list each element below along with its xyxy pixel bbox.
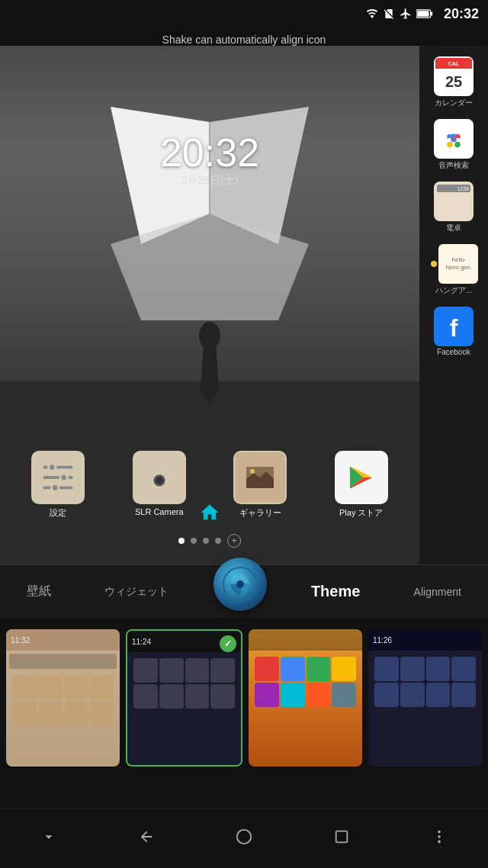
nav-recents[interactable]	[318, 821, 365, 857]
nav-notifications[interactable]	[25, 821, 72, 857]
svg-point-6	[447, 142, 453, 148]
launcher-icon	[221, 565, 259, 603]
gallery-label: ギャラリー	[239, 507, 281, 519]
dot-3	[203, 538, 209, 544]
sidebar-calendar-label: カレンダー	[435, 98, 473, 108]
app-playstore[interactable]: Play ストア	[335, 451, 388, 519]
sidebar-app-hangouts[interactable]: helloNors gen ハングア...	[423, 240, 484, 301]
dot-2	[191, 538, 197, 544]
microphone-icon	[442, 127, 465, 150]
svg-rect-2	[417, 11, 429, 17]
selected-check: ✓	[220, 635, 236, 652]
playstore-label: Play ストア	[339, 507, 383, 519]
add-page-button[interactable]: +	[227, 534, 241, 548]
tab-center-icon[interactable]	[214, 558, 267, 611]
page-dots: +	[0, 534, 419, 548]
svg-point-21	[250, 469, 255, 474]
svg-point-24	[237, 829, 251, 843]
gallery-icon	[243, 461, 277, 494]
svg-point-27	[438, 835, 441, 838]
tab-widget[interactable]: ウィジェット	[95, 579, 178, 605]
svg-point-7	[454, 142, 461, 148]
settings-label: 設定	[50, 507, 66, 519]
sidebar-app-calculator[interactable]: 1234 電卓	[423, 177, 484, 238]
recents-icon	[333, 828, 350, 845]
wifi-icon	[366, 8, 378, 20]
sidebar-facebook-label: Facebook	[437, 348, 470, 356]
home-button-preview	[199, 502, 220, 526]
more-icon	[431, 828, 448, 845]
svg-point-26	[438, 830, 441, 833]
sidebar-app-calendar[interactable]: CAL 25 カレンダー	[423, 52, 484, 113]
sidebar-voice-label: 音声検索	[438, 160, 469, 171]
hangouts-indicator	[431, 261, 437, 267]
shake-hint-text: Shake can automatically align icon	[0, 27, 488, 52]
svg-rect-1	[431, 11, 432, 15]
svg-rect-25	[336, 831, 348, 842]
app-camera[interactable]: SLR Camera	[133, 451, 186, 516]
theme-thumbnails: 11:32 ✓ 11:24	[0, 618, 488, 778]
airplane-icon	[400, 8, 412, 20]
clock-display: 20:32	[160, 130, 259, 175]
dot-4	[215, 538, 221, 544]
camera-icon	[142, 460, 177, 495]
sidebar-app-voice[interactable]: 音声検索	[423, 114, 484, 175]
theme-thumb-4[interactable]: 11:26	[368, 629, 482, 767]
svg-rect-18	[153, 468, 161, 472]
sidebar-app-facebook[interactable]: f Facebook	[423, 302, 484, 361]
app-settings[interactable]: 設定	[31, 451, 85, 519]
svg-point-17	[156, 477, 163, 484]
theme-thumb-2[interactable]: ✓ 11:24	[126, 629, 242, 767]
playstore-icon	[346, 462, 377, 493]
nav-home[interactable]	[220, 821, 268, 857]
tab-alignment[interactable]: Alignment	[405, 580, 470, 604]
tab-theme[interactable]: Theme	[302, 577, 369, 606]
bottom-tabs: 壁紙 ウィジェット Theme Alignment	[0, 564, 488, 618]
right-sidebar: CAL 25 カレンダー 音声検索	[419, 46, 488, 564]
theme-thumb-1[interactable]: 11:32	[6, 629, 120, 767]
nav-more[interactable]	[416, 821, 463, 857]
tie-svg	[187, 320, 233, 412]
no-sim-icon	[383, 8, 395, 20]
status-time: 20:32	[444, 6, 479, 22]
sidebar-calculator-label: 電卓	[446, 223, 461, 233]
preview-area: 20:32 3月25日(土) 設定	[0, 46, 419, 564]
status-icons: 20:32	[366, 6, 479, 22]
svg-point-23	[236, 580, 244, 588]
app-gallery[interactable]: ギャラリー	[233, 451, 287, 519]
svg-point-14	[52, 484, 59, 492]
svg-point-28	[438, 840, 441, 843]
calendar-date: 25	[445, 73, 462, 91]
camera-label: SLR Camera	[135, 507, 184, 516]
date-display: 3月25日(土)	[181, 174, 239, 188]
back-icon	[138, 828, 155, 845]
battery-icon	[416, 8, 433, 19]
nav-back[interactable]	[123, 821, 170, 857]
status-bar: 20:32	[0, 0, 488, 27]
theme-thumb-3[interactable]	[249, 629, 362, 767]
home-icon	[236, 828, 252, 845]
dot-1	[178, 538, 185, 544]
sidebar-hangouts-label: ハングア...	[435, 285, 472, 296]
tab-wallpaper[interactable]: 壁紙	[18, 577, 60, 606]
svg-point-13	[60, 474, 68, 481]
svg-point-12	[49, 464, 56, 471]
bottom-nav	[0, 809, 488, 868]
settings-icon	[40, 460, 75, 495]
chevron-down-icon	[40, 828, 57, 845]
